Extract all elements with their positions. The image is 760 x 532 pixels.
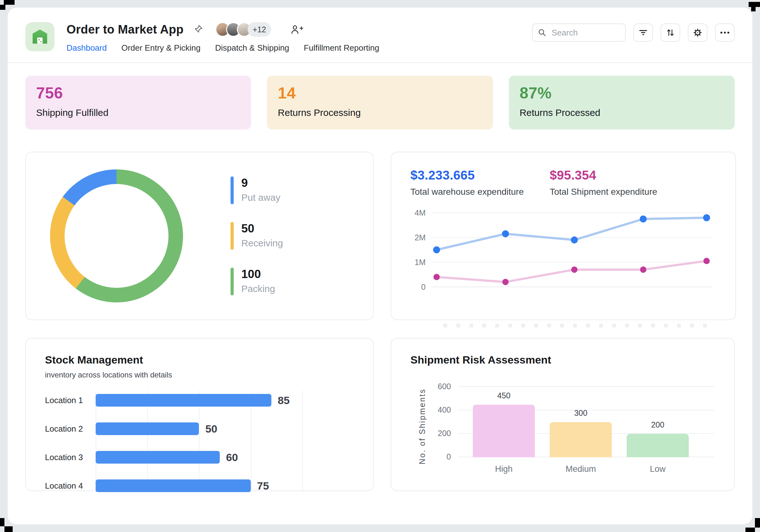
page: { "header": { "app_title": "Order to Mar…: [0, 0, 760, 532]
settings-button[interactable]: [688, 24, 707, 42]
x-tick: Medium: [550, 464, 612, 474]
legend-label: Receiving: [241, 238, 283, 249]
y-tick: 200: [429, 429, 451, 438]
svg-text:4M: 4M: [414, 208, 426, 217]
search-input[interactable]: [551, 27, 620, 38]
bar: [627, 434, 689, 457]
svg-text:2M: 2M: [414, 233, 426, 242]
bar-value: 60: [226, 451, 238, 463]
more-options-button[interactable]: [715, 24, 735, 42]
bar-row-location-1: Location 1 85: [45, 394, 354, 407]
legend-label: Packing: [241, 283, 275, 294]
card-subtitle: inventory across locations with details: [45, 370, 354, 379]
bar: [96, 394, 271, 407]
bar-label: Location 3: [45, 453, 96, 462]
kpi-value: 14: [278, 84, 482, 102]
y-tick: 400: [429, 405, 451, 414]
shipment-expenditure-stat: $95.354 Total Shipment expenditure: [550, 168, 664, 197]
kpi-label: Returns Processing: [278, 107, 482, 118]
crop-mark: [755, 518, 760, 528]
bar-row-location-3: Location 3 60: [45, 451, 354, 463]
bar-value: 85: [278, 394, 290, 407]
legend-item-put-away: 9 Put away: [230, 176, 283, 204]
stat-value: $95.354: [550, 168, 664, 182]
x-tick: High: [473, 464, 535, 474]
kpi-value: 756: [36, 84, 240, 102]
app-logo-warehouse-icon: [25, 22, 55, 51]
card-title: Stock Management: [45, 354, 354, 366]
y-axis-label: No. of Shipments: [418, 389, 427, 464]
bar-label: Location 4: [45, 481, 96, 491]
pin-icon[interactable]: [193, 24, 203, 35]
legend-value: 100: [241, 267, 275, 281]
risk-bar-chart: No. of Shipments 600 400 200 0 450 High …: [458, 386, 715, 457]
shipment-risk-card: Shipment Risk Assessment No. of Shipment…: [391, 338, 735, 491]
bar-row-location-4: Location 4 75: [45, 479, 354, 492]
app-window: Order to Market App +12: [8, 8, 752, 524]
legend-swatch: [230, 222, 234, 250]
stock-management-card: Stock Management inventory across locati…: [25, 338, 374, 491]
kpi-returns-processed: 87% Returns Processed: [509, 76, 735, 129]
kpi-value: 87%: [520, 84, 724, 102]
tab-fulfillment-reporting[interactable]: Fulfillment Reporting: [304, 43, 379, 53]
legend-item-packing: 100 Packing: [230, 267, 283, 295]
legend-swatch: [230, 267, 234, 295]
task-status-donut-card: 9 Put away 50 Receiving 100 Packing: [25, 152, 374, 320]
stock-bar-chart: Location 1 85 Location 2 50 Location 3 6…: [45, 394, 354, 492]
bar-column-medium: 300 Medium: [550, 422, 612, 457]
legend-value: 50: [241, 222, 283, 235]
main-nav: Dashboard Order Entry & Picking Dispatch…: [67, 43, 379, 53]
collaborator-avatars[interactable]: +12: [215, 22, 271, 37]
add-user-icon[interactable]: [291, 25, 303, 34]
donut-chart: [50, 169, 183, 303]
y-tick: 0: [429, 452, 451, 461]
header: Order to Market App +12: [25, 22, 735, 53]
bar-value: 200: [627, 420, 689, 429]
kpi-label: Shipping Fulfilled: [36, 107, 240, 118]
kpi-row: 756 Shipping Fulfilled 14 Returns Proces…: [25, 76, 735, 129]
search-icon: [538, 28, 546, 37]
bar-value: 75: [257, 480, 269, 492]
legend-swatch: [230, 176, 234, 204]
search-box[interactable]: [532, 24, 626, 42]
crop-mark: [745, 528, 755, 532]
expenditure-line-chart: 4M2M1M0: [410, 206, 716, 298]
legend-item-receiving: 50 Receiving: [230, 222, 283, 250]
filter-icon: [639, 28, 648, 37]
legend-label: Put away: [241, 192, 280, 203]
scroll-hint-dots: [443, 324, 709, 327]
bar: [96, 479, 251, 492]
y-tick: 600: [429, 382, 451, 391]
bar: [96, 422, 199, 435]
bar-label: Location 1: [45, 396, 96, 405]
crop-mark: [4, 0, 15, 5]
expenditure-line-card: $3.233.665 Total warehouse expenditure $…: [391, 152, 736, 320]
avatar-overflow-badge[interactable]: +12: [248, 22, 271, 37]
bar-value: 450: [473, 391, 535, 400]
tab-dispatch-shipping[interactable]: Dispatch & Shipping: [215, 43, 289, 53]
tab-order-entry-picking[interactable]: Order Entry & Picking: [121, 43, 201, 53]
stat-label: Total warehouse expenditure: [410, 187, 524, 197]
tab-dashboard[interactable]: Dashboard: [67, 43, 107, 53]
bar-label: Location 2: [45, 424, 96, 434]
x-tick: Low: [627, 464, 689, 474]
svg-text:0: 0: [421, 282, 426, 291]
page-title: Order to Market App: [67, 23, 184, 36]
warehouse-expenditure-stat: $3.233.665 Total warehouse expenditure: [410, 168, 524, 197]
sort-icon: [666, 28, 675, 37]
bar-row-location-2: Location 2 50: [45, 422, 354, 435]
stat-label: Total Shipment expenditure: [550, 187, 664, 197]
crop-mark: [0, 518, 4, 526]
legend-value: 9: [241, 176, 280, 190]
plot-area: 600 400 200 0 450 High 300 Medium: [458, 386, 714, 457]
crop-mark: [4, 526, 13, 532]
crop-mark: [0, 5, 5, 10]
crop-mark: [749, 2, 760, 7]
donut-legend: 9 Put away 50 Receiving 100 Packing: [230, 176, 283, 295]
sort-button[interactable]: [661, 24, 680, 42]
bar-column-low: 200 Low: [627, 434, 689, 457]
ellipsis-icon: [720, 31, 730, 34]
stat-value: $3.233.665: [410, 168, 524, 182]
crop-mark: [751, 7, 756, 11]
filter-button[interactable]: [633, 24, 653, 42]
